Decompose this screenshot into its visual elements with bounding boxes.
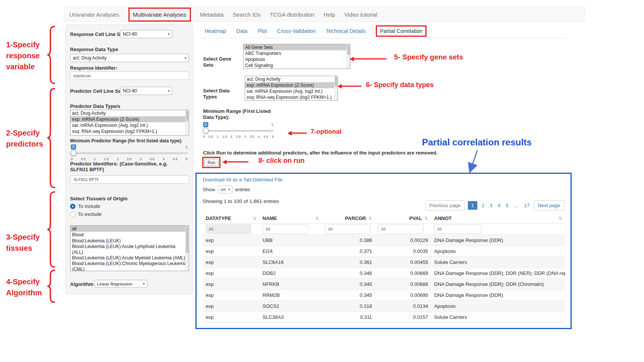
tab-partial-correlation[interactable]: Partial Correlation: [376, 25, 427, 37]
list-item-selected[interactable]: exp: mRNA Expression (Z-Score): [70, 116, 189, 122]
sort-icon[interactable]: [558, 216, 562, 221]
response-data-type-select[interactable]: act: Drug Activity: [70, 54, 189, 62]
pagination: Previous page 1 2 3 4 5 … 17 Next page: [425, 200, 564, 211]
show-entries-select[interactable]: 100: [218, 186, 233, 193]
previous-page-button[interactable]: Previous page: [425, 200, 465, 211]
list-item-selected[interactable]: all: [70, 226, 189, 232]
run-button[interactable]: Run: [204, 159, 219, 166]
tab-plot[interactable]: Plot: [258, 28, 267, 34]
algorithm-value: Linear Regression: [97, 282, 132, 286]
table-row[interactable]: exp NFRKB 0.345 0.00688 DNA Damage Respo…: [203, 279, 565, 290]
list-item[interactable]: xsq: RNA-seq Expression (log2 FPKM+1.): [245, 94, 338, 100]
col-header-datatype[interactable]: DATATYPE: [206, 215, 231, 221]
predictor-cell-line-set-select[interactable]: NCI-60: [120, 87, 172, 95]
col-header-annot[interactable]: ANNOT: [434, 215, 452, 221]
response-cell-line-set-select[interactable]: NCI-60: [120, 30, 172, 38]
filter-pval-input[interactable]: [378, 225, 424, 234]
predictor-data-types-listbox[interactable]: act: Drug Activity exp: mRNA Expression …: [70, 110, 189, 136]
tissue-exclude-radio[interactable]: To exclude: [70, 211, 102, 217]
tab-data[interactable]: Data: [236, 28, 248, 34]
slider-track[interactable]: [71, 152, 188, 154]
gene-sets-listbox[interactable]: All Gene Sets ABC Transporters Apoptosis…: [243, 44, 350, 69]
scrollbar-thumb[interactable]: [186, 226, 188, 253]
tab-cross-validation[interactable]: Cross-Validation: [277, 28, 316, 34]
algorithm-label: Algorithm: [70, 281, 93, 287]
slider-track[interactable]: [203, 130, 274, 132]
scrollbar[interactable]: [334, 76, 338, 100]
table-row[interactable]: exp EI24 0.371 0.0035 Apoptosis: [203, 246, 565, 257]
col-header-name[interactable]: NAME: [263, 215, 277, 221]
col-header-pval[interactable]: PVAL: [409, 215, 422, 221]
filter-parcor-input[interactable]: [325, 225, 370, 234]
scrollbar-thumb[interactable]: [335, 76, 337, 87]
filter-name-input[interactable]: [263, 225, 308, 234]
slider-handle[interactable]: [70, 150, 77, 156]
sort-icon[interactable]: [315, 216, 319, 221]
list-item[interactable]: ABC Transporters: [244, 50, 350, 56]
list-item[interactable]: xai: mRNA Expression (Avg. log2 Int.): [245, 88, 338, 94]
list-item[interactable]: Blood: [70, 232, 189, 238]
next-page-button[interactable]: Next page: [534, 200, 564, 211]
response-identifier-input[interactable]: [70, 72, 189, 80]
list-item[interactable]: xsq: RNA-seq Expression (log2 FPKM+1.): [70, 128, 189, 134]
tab-technical-details[interactable]: Technical Details: [326, 28, 366, 34]
scrollbar[interactable]: [185, 110, 189, 135]
nav-video-tutorial[interactable]: Video tutorial: [344, 11, 377, 18]
list-item[interactable]: act: Drug Activity: [70, 110, 189, 116]
table-row[interactable]: exp SLC38A3 0.311 0.0157 Solute Carriers: [203, 312, 565, 323]
scrollbar-thumb[interactable]: [186, 111, 188, 121]
sort-icon[interactable]: [253, 216, 256, 221]
table-row[interactable]: exp SLC6A16 0.361 0.00455 Solute Carrier…: [203, 257, 565, 268]
table-row[interactable]: exp DDB2 0.346 0.00669 DNA Damage Respon…: [203, 268, 565, 279]
list-item-selected[interactable]: All Gene Sets: [244, 44, 350, 50]
radio-selected-icon[interactable]: [70, 204, 75, 209]
page-button-4[interactable]: 4: [497, 202, 502, 209]
algorithm-select[interactable]: Linear Regression: [94, 280, 147, 288]
filter-annot-input[interactable]: [434, 225, 481, 234]
scrollbar[interactable]: [185, 226, 189, 271]
radio-unselected-icon[interactable]: [70, 212, 75, 217]
table-row[interactable]: exp RRM2B 0.345 0.00695 DNA Damage Respo…: [203, 290, 565, 301]
nav-tcga-distribution[interactable]: TCGA distribution: [270, 11, 314, 18]
list-item[interactable]: act: Drug Activity: [245, 76, 338, 82]
predictor-identifiers-input[interactable]: [70, 175, 189, 184]
page-button-5[interactable]: 5: [505, 202, 510, 209]
table-row[interactable]: exp SOCS2 0.318 0.0134 Apoptosis: [203, 301, 565, 312]
cell-name: EI24: [259, 246, 322, 257]
sort-icon[interactable]: [424, 216, 428, 221]
list-item[interactable]: Blood:Leukemia (LEUK):Chronic Myelogenou…: [70, 261, 189, 271]
tick-label: 1: [94, 157, 96, 161]
table-row[interactable]: exp UBB 0.386 0.00229 DNA Damage Respons…: [203, 235, 565, 246]
list-item[interactable]: Blood:Leukemia (LEUK):Acute Myeloid Leuk…: [70, 255, 189, 261]
annotation-specify-response: 1-Specify response variable: [6, 39, 48, 72]
nav-search-ids[interactable]: Search IDs: [233, 11, 261, 18]
response-cell-line-set-label: Response Cell Line Set: [70, 31, 125, 37]
page-button-3[interactable]: 3: [489, 202, 494, 209]
list-item[interactable]: Apoptosis: [244, 56, 350, 62]
nav-help[interactable]: Help: [324, 11, 335, 18]
list-item-selected[interactable]: exp: mRNA Expression (Z-Score): [245, 82, 338, 88]
download-tab-delimited-link[interactable]: Download All as a Tab-Delimited File: [203, 177, 283, 183]
nav-metadata[interactable]: Metadata: [200, 11, 224, 18]
tissue-listbox[interactable]: all Blood Blood:Leukemia (LEUK) Blood:Le…: [70, 225, 189, 271]
scrollbar-thumb[interactable]: [347, 45, 350, 55]
page-button-1[interactable]: 1: [468, 201, 477, 210]
list-item[interactable]: Blood:Leukemia (LEUK): [70, 238, 189, 244]
predictor-data-types-label: Predictor Data Type/s: [70, 103, 120, 109]
filter-datatype-input[interactable]: [206, 225, 251, 234]
sort-icon[interactable]: [368, 216, 372, 221]
radio-label: To exclude: [78, 211, 102, 217]
nav-multivariate-analyses[interactable]: Multivariate Analyses: [128, 8, 191, 22]
table-filter-row: [203, 224, 565, 235]
list-item[interactable]: xai: mRNA Expression (Avg. log2 Int.): [70, 122, 189, 128]
page-button-2[interactable]: 2: [480, 202, 485, 209]
data-types-listbox[interactable]: act: Drug Activity exp: mRNA Expression …: [245, 76, 338, 101]
slider-handle[interactable]: [203, 128, 209, 134]
tab-heatmap[interactable]: Heatmap: [205, 28, 226, 34]
page-button-17[interactable]: 17: [523, 202, 530, 209]
nav-univariate-analyses[interactable]: Univariate Analyses: [69, 11, 119, 18]
tissue-include-radio[interactable]: To include: [70, 203, 100, 209]
list-item[interactable]: Cell Signaling: [244, 62, 350, 69]
list-item[interactable]: Blood:Leukemia (LEUK):Acute Lymphoid Leu…: [70, 244, 189, 255]
col-header-parcor[interactable]: PARCOR: [345, 215, 366, 221]
